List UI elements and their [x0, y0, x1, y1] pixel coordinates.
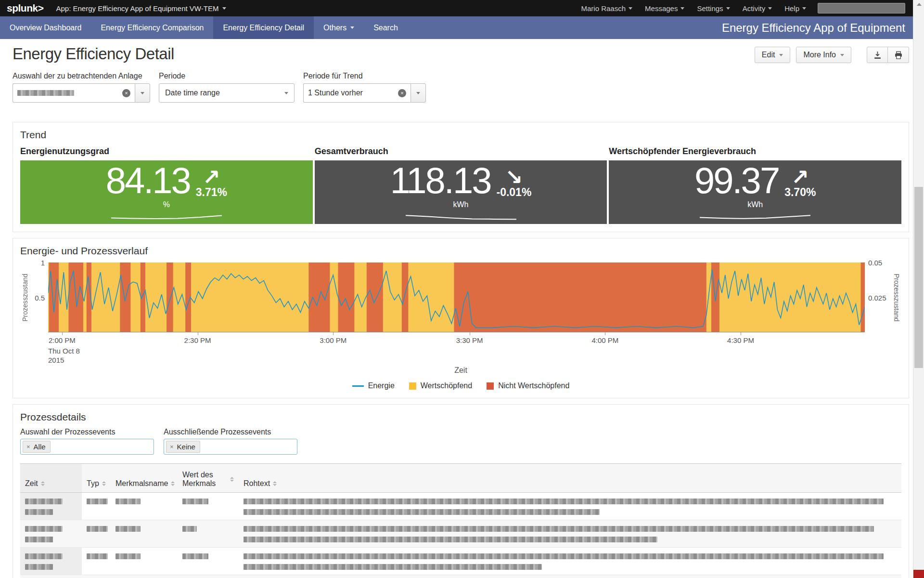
table-row[interactable] — [20, 520, 901, 548]
process-chart-svg — [48, 263, 865, 332]
x-tick-label: 2:30 PM — [184, 336, 211, 344]
redacted-text — [25, 509, 53, 515]
table-row[interactable] — [20, 493, 901, 520]
sort-desc-icon — [230, 480, 234, 482]
app-menu[interactable]: App: Energy Efficiency App of Equipment … — [56, 4, 226, 13]
column-header-rohtext[interactable]: Rohtext — [239, 464, 901, 493]
periode-select[interactable]: Date time range — [159, 83, 295, 103]
sort-desc-icon — [273, 484, 277, 486]
kpi-panel: 99.37↗3.70%kWh — [609, 160, 901, 224]
anlage-input[interactable]: × — [13, 83, 135, 103]
menu-help[interactable]: Help — [784, 4, 806, 13]
x-axis-title: Zeit — [20, 366, 901, 375]
tab-overview-dashboard[interactable]: Overview Dashboard — [0, 16, 91, 39]
redacted-text — [25, 564, 53, 570]
column-header-zeit[interactable]: Zeit — [20, 464, 82, 493]
caret-down-icon — [222, 7, 226, 10]
clear-icon[interactable]: × — [398, 89, 406, 97]
process-chart-plot[interactable] — [48, 263, 865, 332]
chevron-down-icon — [284, 92, 288, 94]
kpi-title: Wertschöpfender Energieverbrauch — [609, 146, 901, 157]
scrollbar[interactable] — [913, 0, 924, 578]
column-header-label: Zeit — [25, 479, 38, 488]
kpi-delta-value: 3.70% — [784, 187, 816, 198]
trend-periode-dropdown-button[interactable] — [411, 83, 426, 103]
table-cell-zeit — [20, 548, 82, 575]
print-button[interactable] — [888, 47, 909, 63]
redacted-text-line — [25, 552, 77, 560]
column-header-merkmalsname[interactable]: Merkmalsname — [111, 464, 178, 493]
x-tick-label: 2:00 PM — [49, 336, 76, 344]
table-cell-rohtext — [239, 575, 901, 578]
menu-settings[interactable]: Settings — [697, 4, 730, 13]
table-cell-rohtext — [239, 493, 901, 520]
x-tick-mark — [741, 332, 741, 335]
more-info-button[interactable]: More Info — [796, 47, 851, 63]
table-row[interactable] — [20, 548, 901, 575]
app-title: Energy Efficiency App of Equipment — [722, 21, 924, 35]
column-header-label: Wert des Merkmals — [182, 471, 227, 488]
menu-messages[interactable]: Messages — [645, 4, 684, 13]
trend-periode-input[interactable]: 1 Stunde vorher × — [303, 83, 411, 103]
kpi-main-value-row: 118.13↘-0.01% — [390, 162, 532, 199]
kpi-delta: ↗3.70% — [784, 168, 816, 198]
kpi-title: Gesamtverbrauch — [315, 146, 607, 157]
tab-energy-efficiency-comparison[interactable]: Energy Efficiency Comparison — [91, 16, 213, 39]
table-cell-merkmalsname — [111, 493, 178, 520]
download-button[interactable] — [867, 47, 888, 63]
tab-energy-efficiency-detail[interactable]: Energy Efficiency Detail — [213, 16, 314, 39]
y-tick-label: 1 — [41, 259, 45, 267]
sort-desc-icon — [102, 484, 106, 486]
redacted-text-line — [116, 497, 173, 505]
find-search-input[interactable] — [818, 3, 905, 13]
kpi-delta-value: 3.71% — [196, 187, 227, 198]
table-cell-wert — [178, 575, 239, 578]
sort-icon — [41, 481, 45, 486]
table-row[interactable] — [20, 575, 901, 578]
redacted-text-line — [116, 552, 173, 560]
anlage-dropdown-button[interactable] — [135, 83, 150, 103]
prozessevents-multiselect[interactable]: × Alle — [20, 439, 154, 455]
redacted-text — [25, 526, 63, 532]
page-title: Energy Efficiency Detail — [13, 46, 174, 63]
column-header-wert-des-merkmals[interactable]: Wert des Merkmals — [178, 464, 239, 493]
clear-icon[interactable]: × — [122, 89, 130, 97]
ausschliessende-multiselect[interactable]: × Keine — [164, 439, 297, 455]
tag-remove-icon[interactable]: × — [26, 444, 30, 450]
caret-down-icon — [141, 92, 144, 94]
caret-down-icon — [629, 7, 632, 10]
menu-mario-raasch[interactable]: Mario Raasch — [581, 4, 633, 13]
menu-label: Help — [784, 4, 799, 13]
trend-periode-value: 1 Stunde vorher — [308, 89, 363, 97]
trend-up-icon: ↗ — [791, 168, 809, 187]
menu-activity[interactable]: Activity — [743, 4, 772, 13]
legend-line-swatch — [352, 385, 364, 387]
dashboard-content: Energy Efficiency Detail Edit More Info — [0, 46, 924, 578]
edit-button[interactable]: Edit — [755, 47, 791, 63]
sort-desc-icon — [41, 484, 45, 486]
legend-item-wertsch-pfend: Wertschöpfend — [409, 381, 472, 390]
y-axis-label-right: Prozesszustand — [892, 263, 901, 332]
scrollbar-up-arrow-icon[interactable] — [917, 3, 922, 6]
trend-up-icon: ↗ — [203, 168, 220, 187]
tag-label: Keine — [177, 443, 195, 451]
tab-search[interactable]: Search — [364, 16, 408, 39]
prozessdetails-filters: Auswahl der Prozessevents × Alle Ausschl… — [20, 428, 901, 455]
table-cell-wert — [178, 520, 239, 548]
column-header-typ[interactable]: Typ — [82, 464, 111, 493]
trend-down-icon: ↘ — [505, 168, 523, 187]
kpi-value: 118.13 — [390, 162, 491, 199]
table-cell-wert — [178, 493, 239, 520]
scrollbar-thumb[interactable] — [914, 187, 923, 368]
redacted-text-line — [25, 525, 77, 532]
kpi-gesamtverbrauch: Gesamtverbrauch118.13↘-0.01%kWh — [315, 146, 607, 224]
legend-item-energie: Energie — [352, 381, 395, 390]
filter-anlage-label: Auswahl der zu betrachtenden Anlage — [13, 72, 150, 80]
events-table: ZeitTypMerkmalsnameWert des MerkmalsRoht… — [20, 463, 901, 578]
x-tick-mark — [198, 332, 198, 335]
x-tick-mark — [470, 332, 470, 335]
redacted-text — [182, 553, 208, 559]
redacted-text-line — [182, 552, 234, 560]
tag-remove-icon[interactable]: × — [170, 444, 174, 450]
tab-others[interactable]: Others — [314, 16, 364, 39]
